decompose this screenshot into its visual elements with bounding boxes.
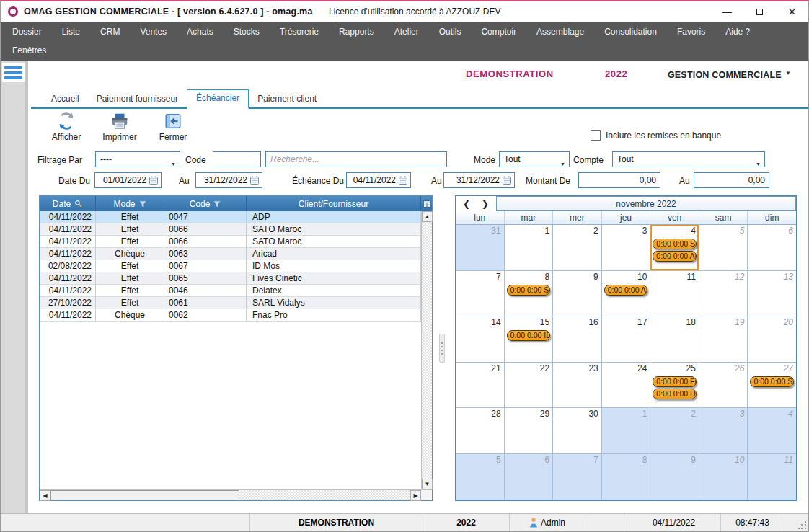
menu-item-favoris[interactable]: Favoris	[667, 22, 715, 41]
calendar-day[interactable]: 18	[650, 316, 699, 363]
calendar-day[interactable]: 7	[553, 454, 602, 500]
panel-splitter[interactable]	[439, 195, 445, 501]
calendar-day[interactable]: 14	[456, 316, 505, 363]
calendar-day[interactable]: 6	[748, 225, 796, 271]
next-month-button[interactable]: ❯	[482, 199, 489, 209]
column-header-client-fournisseur[interactable]: Client/Fournisseur	[247, 196, 421, 211]
table-row[interactable]: 04/11/2022Chèque0063Aricad	[40, 248, 421, 260]
table-row[interactable]: 04/11/2022Effet0066SATO Maroc	[40, 236, 421, 248]
fermer-button[interactable]: Fermer	[149, 112, 197, 142]
include-remises-checkbox[interactable]	[591, 130, 601, 141]
tab-paiement-fournisseur[interactable]: Paiement fournisseur	[88, 91, 187, 107]
calendar-day[interactable]: 12	[699, 271, 748, 317]
calendar-day[interactable]: 1	[505, 225, 554, 271]
menu-item-assemblage[interactable]: Assemblage	[526, 22, 594, 41]
table-row[interactable]: 04/11/2022Effet0065Fives Cinetic	[40, 272, 421, 285]
scroll-up-button[interactable]: ▲	[422, 211, 433, 222]
maximize-button[interactable]	[743, 1, 776, 22]
imprimer-button[interactable]: Imprimer	[96, 112, 143, 142]
calendar-day[interactable]: 3	[602, 225, 651, 271]
calendar-day[interactable]: 20	[748, 316, 796, 363]
calendar-day[interactable]: 5	[456, 454, 505, 500]
calendar-day[interactable]: 1	[602, 408, 651, 454]
prev-month-button[interactable]: ❮	[463, 199, 470, 209]
table-row[interactable]: 04/11/2022Effet0066SATO Maroc	[40, 223, 421, 236]
minimize-button[interactable]: —	[711, 1, 743, 22]
menu-item-atelier[interactable]: Atelier	[384, 22, 429, 41]
calendar-day[interactable]: 11	[650, 271, 699, 317]
calendar-day[interactable]: 11	[748, 454, 796, 500]
calendar-day[interactable]: 40:00 0:00 SA0:00 0:00 AD	[650, 225, 699, 271]
column-header-mode[interactable]: Mode	[96, 196, 164, 211]
menu-item-tresorerie[interactable]: Trésorerie	[270, 22, 329, 41]
filtrage-select[interactable]: ----	[95, 151, 180, 167]
calendar-day[interactable]: 22	[505, 363, 554, 409]
calendar-event[interactable]: 0:00 0:00 AD	[653, 251, 697, 262]
table-row[interactable]: 04/11/2022Effet0047ADP	[40, 211, 421, 223]
afficher-button[interactable]: Afficher	[43, 112, 90, 142]
calendar-event[interactable]: 0:00 0:00 SA	[507, 285, 551, 296]
calendar-day[interactable]: 17	[602, 316, 651, 363]
calendar-day[interactable]: 270:00 0:00 SA	[748, 363, 796, 409]
module-selector[interactable]: GESTION COMMERCIALE▼	[668, 70, 791, 80]
menu-item-rapports[interactable]: Rapports	[329, 22, 384, 41]
calendar-day[interactable]: 9	[650, 454, 699, 500]
menu-item-aide[interactable]: Aide ?	[715, 22, 760, 41]
au1-input[interactable]: 31/12/2022	[195, 172, 262, 188]
date-du-input[interactable]: 01/01/2022	[94, 172, 162, 188]
montant-au-input[interactable]: 0,00	[694, 172, 769, 188]
calendar-day[interactable]: 6	[505, 454, 554, 500]
echeance-input[interactable]: 04/11/2022	[346, 172, 411, 188]
calendar-day[interactable]: 7	[456, 271, 505, 317]
scroll-down-button[interactable]: ▼	[422, 479, 433, 489]
calendar-day[interactable]: 2	[553, 225, 602, 271]
calendar-day[interactable]: 23	[553, 363, 602, 409]
menu-item-crm[interactable]: CRM	[90, 22, 130, 41]
menu-item-fenetres[interactable]: Fenêtres	[2, 41, 56, 60]
calendar-day[interactable]: 30	[553, 408, 602, 454]
calendar-day[interactable]: 10	[699, 454, 748, 500]
menu-item-stocks[interactable]: Stocks	[224, 22, 270, 41]
table-row[interactable]: 27/10/2022Effet0061SARL Vidalys	[40, 297, 421, 309]
calendar-day[interactable]: 8	[602, 454, 651, 500]
search-input[interactable]	[266, 152, 446, 167]
calendar-event[interactable]: 0:00 0:00 SA	[653, 239, 697, 249]
horizontal-scrollbar[interactable]: ◀ ▶	[40, 489, 432, 500]
calendar-day[interactable]: 2	[650, 408, 699, 454]
table-row[interactable]: 04/11/2022Chèque0062Fnac Pro	[40, 309, 421, 322]
tab-accueil[interactable]: Accueil	[43, 91, 88, 107]
calendar-day[interactable]: 80:00 0:00 SA	[505, 271, 554, 317]
montant-de-input[interactable]: 0,00	[578, 172, 660, 188]
close-button[interactable]: ✕	[776, 1, 808, 22]
calendar-event[interactable]: 0:00 0:00 ID	[507, 330, 551, 341]
horizontal-scroll-thumb[interactable]	[50, 490, 239, 500]
calendar-day[interactable]: 13	[748, 271, 796, 317]
calendar-day[interactable]: 100:00 0:00 Ar	[602, 271, 651, 317]
menu-item-ventes[interactable]: Ventes	[130, 22, 177, 41]
menu-item-comptoir[interactable]: Comptoir	[471, 22, 526, 41]
horizontal-scroll-track[interactable]	[239, 490, 410, 500]
calendar-day[interactable]: 150:00 0:00 ID	[505, 316, 554, 363]
menu-item-consolidation[interactable]: Consolidation	[594, 22, 667, 41]
menu-item-liste[interactable]: Liste	[52, 22, 90, 41]
calendar-day[interactable]: 26	[699, 363, 748, 409]
calendar-day[interactable]: 16	[553, 316, 602, 363]
table-row[interactable]: 02/08/2022Effet0067ID Mos	[40, 260, 421, 272]
calendar-event[interactable]: 0:00 0:00 SA	[750, 376, 794, 387]
calendar-day[interactable]: 28	[456, 408, 505, 454]
au2-input[interactable]: 31/12/2022	[443, 172, 515, 188]
calendar-day[interactable]: 4	[748, 408, 796, 454]
hamburger-menu-icon[interactable]	[2, 63, 25, 82]
vertical-scroll-track[interactable]	[422, 222, 432, 479]
calendar-day[interactable]: 19	[699, 316, 748, 363]
calendar-day[interactable]: 29	[505, 408, 554, 454]
calendar-event[interactable]: 0:00 0:00 De	[653, 389, 697, 399]
menu-item-dossier[interactable]: Dossier	[2, 22, 52, 41]
tab-echeancier[interactable]: Échéancier	[187, 89, 249, 109]
calendar-event[interactable]: 0:00 0:00 Ar	[604, 285, 648, 296]
grid-options-button[interactable]	[421, 196, 432, 211]
calendar-day[interactable]: 3	[699, 408, 748, 454]
calendar-day[interactable]: 5	[699, 225, 748, 271]
resize-grip[interactable]	[784, 514, 808, 531]
calendar-day[interactable]: 21	[456, 363, 505, 409]
